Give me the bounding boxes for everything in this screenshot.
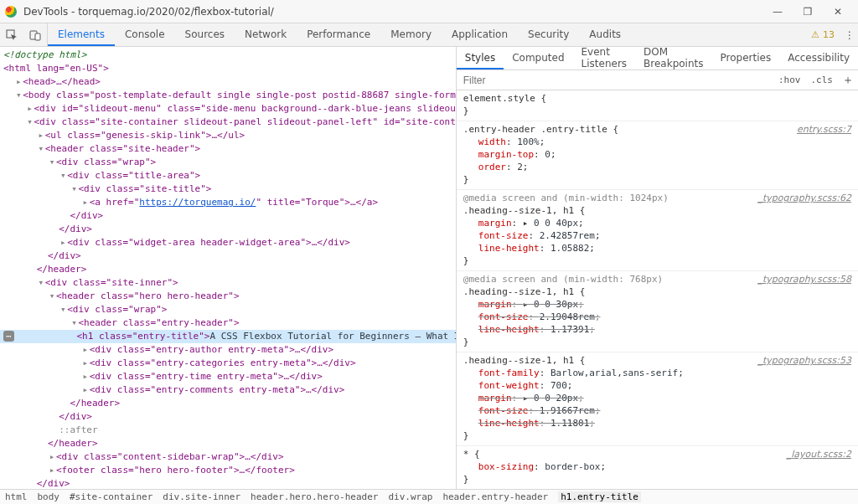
subtab-accessibility[interactable]: Accessibility <box>779 47 858 69</box>
css-declaration[interactable]: margin: ▸ 0 0 40px; <box>463 217 851 229</box>
slideout-menu-node[interactable]: <div id="slideout-menu" class="side-menu… <box>34 103 456 114</box>
rule-source-link[interactable]: entry.scss:7 <box>797 123 851 136</box>
css-rule[interactable]: entry.scss:7.entry-header .entry-title {… <box>457 121 858 190</box>
styles-filter-bar: :hov .cls ＋ <box>457 70 858 90</box>
rule-source-link[interactable]: _layout.scss:2 <box>787 448 851 460</box>
body-node[interactable]: <body class="post-template-default singl… <box>23 90 456 100</box>
tab-console[interactable]: Console <box>115 23 175 46</box>
css-declaration[interactable]: margin: ▸ 0 0 30px; <box>463 298 851 311</box>
hero-header-node[interactable]: <header class="hero hero-header"> <box>56 291 240 301</box>
crumb-site-container[interactable]: #site-container <box>70 491 152 502</box>
after-pseudo[interactable]: ::after <box>59 424 97 435</box>
breadcrumb[interactable]: html body #site-container div.site-inner… <box>0 489 858 504</box>
site-container-node[interactable]: <div class="site-container slideout-pane… <box>34 116 456 127</box>
css-declaration[interactable]: box-sizing: border-box; <box>463 460 851 473</box>
crumb-entry-title[interactable]: h1.entry-title <box>558 491 641 502</box>
head-node[interactable]: <head>…</head> <box>23 76 101 87</box>
tab-performance[interactable]: Performance <box>297 23 380 46</box>
css-declaration[interactable]: order: 2; <box>463 161 851 173</box>
content-sidebar-node[interactable]: <div class="content-sidebar-wrap">…</div… <box>56 451 284 462</box>
tab-elements[interactable]: Elements <box>48 23 115 46</box>
tab-sources[interactable]: Sources <box>175 23 235 46</box>
rule-source-link[interactable]: _typography.scss:62 <box>757 192 851 204</box>
div-close-5: </div> <box>37 478 70 489</box>
subtab-dom-breakpoints[interactable]: DOM Breakpoints <box>635 47 711 69</box>
subtab-styles[interactable]: Styles <box>457 47 504 69</box>
main-tab-strip: Elements Console Sources Network Perform… <box>48 23 631 46</box>
css-rule[interactable]: _typography.scss:58@media screen and (mi… <box>457 271 858 352</box>
subtab-event-listeners[interactable]: Event Listeners <box>573 47 636 69</box>
crumb-body[interactable]: body <box>38 491 60 502</box>
hov-toggle[interactable]: :hov <box>773 75 806 85</box>
rule-source-link[interactable]: _typography.scss:58 <box>757 273 851 285</box>
tab-audits[interactable]: Audits <box>579 23 631 46</box>
cats-meta-node[interactable]: <div class="entry-categories entry-meta"… <box>90 357 356 368</box>
css-declaration[interactable]: margin-top: 0; <box>463 148 851 161</box>
crumb-hero-header[interactable]: header.hero.hero-header <box>251 491 378 502</box>
header-close-2: </header> <box>70 398 120 409</box>
css-declaration[interactable]: font-size: 1.91667rem; <box>463 404 851 417</box>
styles-pane[interactable]: element.style {}entry.scss:7.entry-heade… <box>457 90 858 489</box>
skip-link-node[interactable]: <ul class="genesis-skip-link">…</ul> <box>45 130 245 141</box>
comments-meta-node[interactable]: <div class="entry-comments entry-meta">…… <box>90 384 345 395</box>
css-rule[interactable]: element.style {} <box>457 90 858 121</box>
minimize-button[interactable]: — <box>762 1 793 23</box>
tab-security[interactable]: Security <box>518 23 579 46</box>
selected-node-row[interactable]: ⋯ <h1 class="entry-title">A CSS Flexbox … <box>0 330 456 343</box>
css-declaration[interactable]: line-height: 1.05882; <box>463 242 851 255</box>
css-rule[interactable]: _layout.scss:2* {box-sizing: border-box;… <box>457 446 858 489</box>
rule-selector[interactable]: .heading--size-1, h1 { <box>463 204 851 217</box>
window-titlebar: DevTools - torquemag.io/2020/02/flexbox-… <box>0 0 858 23</box>
time-meta-node[interactable]: <div class="entry-time entry-meta">…</di… <box>90 371 323 382</box>
rule-selector[interactable]: element.style { <box>463 92 851 105</box>
kebab-menu-icon[interactable]: ⋮ <box>841 23 858 46</box>
warning-count[interactable]: 13 <box>804 23 841 46</box>
css-declaration[interactable]: font-family: Barlow,arial,sans-serif; <box>463 367 851 379</box>
div-close-3: </div> <box>48 250 81 261</box>
torque-url[interactable]: https://torquemag.io/ <box>139 197 256 208</box>
close-button[interactable]: ✕ <box>823 1 853 23</box>
subtab-properties[interactable]: Properties <box>712 47 780 69</box>
wrap-node-1[interactable]: <div class="wrap"> <box>56 157 156 167</box>
new-style-rule-icon[interactable]: ＋ <box>838 73 858 88</box>
crumb-site-inner[interactable]: div.site-inner <box>163 491 240 502</box>
css-rule[interactable]: _typography.scss:62@media screen and (mi… <box>457 190 858 271</box>
css-declaration[interactable]: font-size: 2.19048rem; <box>463 311 851 323</box>
title-area-node[interactable]: <div class="title-area"> <box>67 170 200 181</box>
torque-link-open[interactable]: <a href=" <box>90 197 140 208</box>
css-rule[interactable]: _typography.scss:53.heading--size-1, h1 … <box>457 352 858 446</box>
device-toggle-icon[interactable] <box>23 23 47 46</box>
devtools-toolbar: Elements Console Sources Network Perform… <box>0 23 858 47</box>
css-declaration[interactable]: width: 100%; <box>463 136 851 148</box>
widget-area-node[interactable]: <div class="widget-area header-widget-ar… <box>67 237 350 248</box>
entry-header-node[interactable]: <header class="entry-header"> <box>78 317 239 328</box>
css-declaration[interactable]: font-weight: 700; <box>463 379 851 392</box>
author-meta-node[interactable]: <div class="entry-author entry-meta">…</… <box>90 344 333 355</box>
rule-selector[interactable]: .heading--size-1, h1 { <box>463 285 851 298</box>
tab-application[interactable]: Application <box>442 23 518 46</box>
subtab-computed[interactable]: Computed <box>504 47 572 69</box>
css-declaration[interactable]: line-height: 1.11801; <box>463 417 851 429</box>
rule-selector[interactable]: .entry-header .entry-title { <box>463 123 851 136</box>
doctype-node[interactable]: <!doctype html> <box>3 49 86 60</box>
rule-source-link[interactable]: _typography.scss:53 <box>757 354 851 367</box>
crumb-entry-header[interactable]: header.entry-header <box>442 491 548 502</box>
tab-network[interactable]: Network <box>235 23 297 46</box>
wrap-node-2[interactable]: <div class="wrap"> <box>67 304 167 315</box>
site-inner-node[interactable]: <div class="site-inner"> <box>45 277 178 288</box>
css-declaration[interactable]: font-size: 2.42857rem; <box>463 229 851 242</box>
elements-tree[interactable]: <!doctype html> <html lang="en-US"> ▸<he… <box>0 47 456 489</box>
inspect-icon[interactable] <box>0 23 23 46</box>
html-open[interactable]: <html lang="en-US"> <box>3 63 109 74</box>
site-header-node[interactable]: <header class="site-header"> <box>45 143 200 154</box>
site-title-node[interactable]: <div class="site-title"> <box>78 183 211 194</box>
css-declaration[interactable]: margin: ▸ 0 0 20px; <box>463 392 851 404</box>
cls-toggle[interactable]: .cls <box>806 75 839 85</box>
styles-filter-input[interactable] <box>457 75 773 86</box>
tab-memory[interactable]: Memory <box>380 23 442 46</box>
crumb-html[interactable]: html <box>5 491 28 502</box>
maximize-button[interactable]: ❐ <box>793 1 823 23</box>
css-declaration[interactable]: line-height: 1.17391; <box>463 323 851 336</box>
hero-footer-node[interactable]: <footer class="hero hero-footer">…</foot… <box>56 465 295 476</box>
crumb-wrap[interactable]: div.wrap <box>388 491 432 502</box>
